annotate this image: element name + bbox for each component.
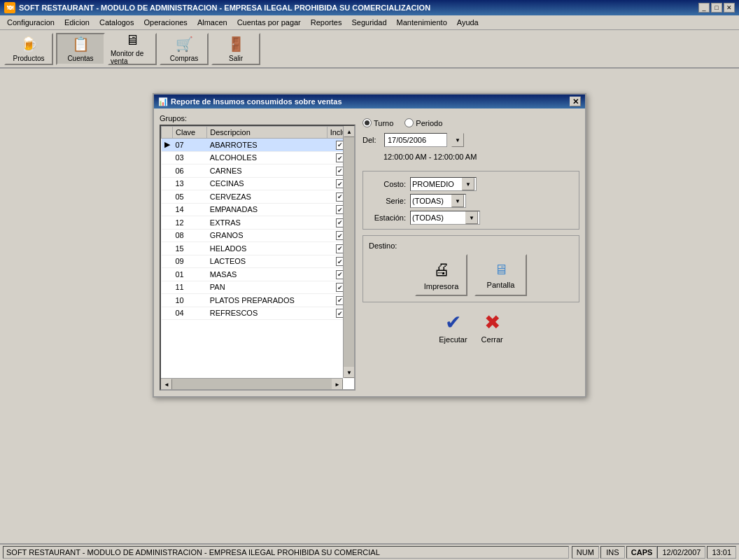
row-descripcion: PLATOS PREPARADOS [207, 294, 327, 307]
status-time: 13:01 [707, 546, 736, 559]
row-clave: 11 [173, 281, 207, 294]
destino-pantalla-button[interactable]: 🖥 Pantalla [474, 254, 527, 296]
radio-periodo[interactable]: Periodo [404, 118, 442, 127]
status-indicators: NUM INS CAPS [572, 546, 658, 559]
menu-seguridad[interactable]: Seguridad [347, 17, 390, 28]
serie-select[interactable]: (TODAS) ▼ [410, 194, 466, 208]
right-panel: Turno Periodo Del: ▼ 12:00:00 AM - 12:00… [363, 114, 579, 391]
menu-almacen[interactable]: Almacen [193, 17, 232, 28]
app-icon: 🍽 [4, 2, 15, 13]
check-icon: ✔ [445, 311, 461, 334]
groups-table: Clave Descripcion Incluir ▶07ABARROTES✔0… [161, 126, 354, 320]
table-row[interactable]: 06CARNES✔ [162, 164, 354, 178]
cerrar-label: Cerrar [481, 335, 503, 344]
radio-turno-circle[interactable] [363, 118, 372, 127]
groups-table-wrapper: Clave Descripcion Incluir ▶07ABARROTES✔0… [160, 125, 356, 391]
scroll-left-arrow[interactable]: ◄ [161, 379, 172, 390]
table-row[interactable]: 15HELADOS✔ [162, 242, 354, 255]
table-row[interactable]: 04REFRESCOS✔ [162, 307, 354, 320]
serie-row: Serie: (TODAS) ▼ [367, 194, 575, 208]
groups-panel: Grupos: Clave Descripcion Incluir [160, 114, 356, 391]
radio-periodo-label: Periodo [416, 119, 442, 127]
title-bar-left: 🍽 SOFT RESTAURANT - MODULO DE ADMINISTRA… [4, 2, 430, 13]
costo-label: Costo: [367, 180, 406, 188]
table-row[interactable]: ▶07ABARROTES✔ [162, 139, 354, 152]
table-row[interactable]: 09LACTEOS✔ [162, 255, 354, 268]
cerrar-button[interactable]: ✖ Cerrar [481, 311, 503, 344]
table-row[interactable]: 11PAN✔ [162, 281, 354, 294]
menu-cuentas-por-pagar[interactable]: Cuentas por pagar [233, 17, 305, 28]
scroll-down-arrow[interactable]: ▼ [344, 367, 355, 378]
row-descripcion: CECINAS [207, 177, 327, 190]
toolbar-salir[interactable]: 🚪 Salir [211, 33, 260, 65]
row-arrow [162, 268, 173, 281]
row-descripcion: EMPANADAS [207, 203, 327, 216]
row-descripcion: GRANOS [207, 229, 327, 242]
table-row[interactable]: 08GRANOS✔ [162, 229, 354, 242]
scroll-up-arrow[interactable]: ▲ [344, 126, 355, 137]
maximize-button[interactable]: □ [711, 3, 722, 13]
costo-select[interactable]: PROMEDIO ▼ [410, 177, 477, 191]
num-indicator: NUM [572, 546, 599, 559]
menu-edicion[interactable]: Edicion [60, 17, 94, 28]
estacion-select[interactable]: (TODAS) ▼ [410, 211, 480, 225]
row-descripcion: EXTRAS [207, 216, 327, 230]
salir-icon: 🚪 [225, 36, 247, 53]
row-descripcion: PAN [207, 281, 327, 294]
row-arrow [162, 151, 173, 164]
toolbar-cuentas-label: Cuentas [67, 55, 93, 62]
costo-dropdown-arrow[interactable]: ▼ [462, 178, 474, 190]
toolbar: 🍺 Productos 📋 Cuentas 🖥 Monitor de venta… [0, 30, 739, 69]
toolbar-monitor[interactable]: 🖥 Monitor de venta [108, 33, 157, 65]
table-row[interactable]: 05CERVEZAS✔ [162, 190, 354, 204]
menu-mantenimiento[interactable]: Mantenimiento [393, 17, 451, 28]
screen-icon: 🖥 [494, 262, 508, 278]
table-row[interactable]: 12EXTRAS✔ [162, 216, 354, 230]
dialog-icon: 📊 [158, 97, 168, 106]
row-arrow [162, 307, 173, 320]
serie-label: Serie: [367, 197, 406, 205]
menu-ayuda[interactable]: Ayuda [453, 17, 483, 28]
radio-periodo-circle[interactable] [404, 118, 414, 127]
dialog-close-button[interactable]: ✕ [570, 97, 581, 106]
destino-label: Destino: [369, 241, 573, 250]
row-descripcion: CERVEZAS [207, 190, 327, 204]
costo-row: Costo: PROMEDIO ▼ [367, 177, 575, 191]
row-arrow [162, 229, 173, 242]
estacion-dropdown-arrow[interactable]: ▼ [465, 211, 478, 224]
destino-impresora-button[interactable]: 🖨 Impresora [415, 254, 467, 296]
date-input[interactable] [384, 133, 447, 147]
table-row[interactable]: 13CECINAS✔ [162, 177, 354, 190]
row-arrow [162, 177, 173, 190]
date-row: Del: ▼ [363, 133, 579, 147]
ejecutar-label: Ejecutar [439, 335, 467, 344]
table-row[interactable]: 03ALCOHOLES✔ [162, 151, 354, 164]
minimize-button[interactable]: _ [698, 3, 710, 13]
ejecutar-button[interactable]: ✔ Ejecutar [439, 311, 467, 344]
row-clave: 13 [173, 177, 207, 190]
menu-reportes[interactable]: Reportes [307, 17, 346, 28]
menu-operaciones[interactable]: Operaciones [140, 17, 192, 28]
destino-impresora-label: Impresora [424, 282, 459, 290]
menu-catalogos[interactable]: Catalogos [95, 17, 139, 28]
vertical-scrollbar[interactable]: ▲ ▼ [343, 126, 354, 378]
scroll-right-arrow[interactable]: ► [332, 379, 343, 390]
horizontal-scrollbar[interactable]: ◄ ► [161, 378, 343, 389]
table-row[interactable]: 10PLATOS PREPARADOS✔ [162, 294, 354, 307]
date-dropdown-button[interactable]: ▼ [451, 133, 464, 147]
table-row[interactable]: 01MASAS✔ [162, 268, 354, 281]
menu-configuracion[interactable]: Configuracion [3, 17, 59, 28]
scroll-track [344, 137, 354, 367]
toolbar-productos[interactable]: 🍺 Productos [4, 33, 53, 65]
header-arrow [162, 127, 173, 139]
row-descripcion: ALCOHOLES [207, 151, 327, 164]
close-button[interactable]: ✕ [724, 3, 735, 13]
toolbar-cuentas[interactable]: 📋 Cuentas [56, 33, 105, 65]
radio-turno[interactable]: Turno [363, 118, 393, 127]
row-clave: 05 [173, 190, 207, 204]
table-row[interactable]: 14EMPANADAS✔ [162, 203, 354, 216]
toolbar-compras[interactable]: 🛒 Compras [160, 33, 209, 65]
radio-row: Turno Periodo [363, 118, 579, 127]
printer-icon: 🖨 [433, 260, 450, 279]
serie-dropdown-arrow[interactable]: ▼ [451, 195, 464, 207]
